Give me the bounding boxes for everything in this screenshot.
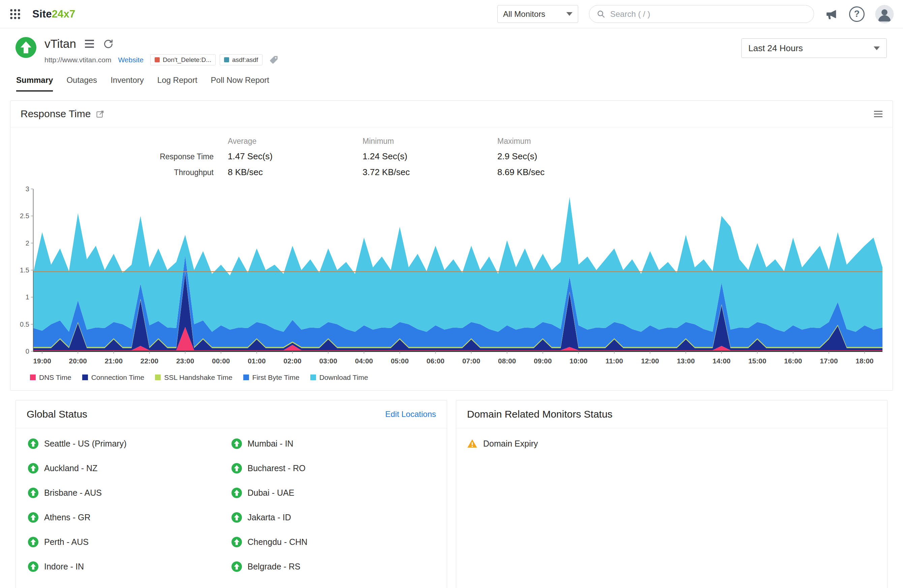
legend-label: DNS Time bbox=[39, 373, 71, 381]
svg-text:02:00: 02:00 bbox=[283, 357, 301, 365]
site24x7-logo[interactable]: Site24x7 bbox=[32, 8, 75, 20]
location-label: Athens - GR bbox=[44, 513, 91, 522]
app-grid-icon[interactable] bbox=[9, 8, 21, 20]
legend-item[interactable]: First Byte Time bbox=[243, 373, 299, 381]
user-avatar[interactable] bbox=[875, 5, 894, 23]
tab-log-report[interactable]: Log Report bbox=[157, 75, 197, 92]
domain-monitor-item: Domain Expiry bbox=[467, 439, 876, 449]
status-up-icon bbox=[28, 561, 38, 572]
legend-swatch bbox=[310, 375, 316, 380]
svg-text:22:00: 22:00 bbox=[140, 357, 158, 365]
svg-text:09:00: 09:00 bbox=[534, 357, 552, 365]
search-box[interactable] bbox=[589, 5, 814, 23]
location-label: Seattle - US (Primary) bbox=[44, 439, 126, 448]
location-status-item: Chengdu - CHN bbox=[231, 537, 435, 547]
tab-poll-now-report[interactable]: Poll Now Report bbox=[211, 75, 269, 92]
legend-item[interactable]: SSL Handshake Time bbox=[155, 373, 232, 381]
svg-text:00:00: 00:00 bbox=[212, 357, 230, 365]
status-up-icon bbox=[28, 537, 38, 547]
svg-text:0.5: 0.5 bbox=[20, 321, 29, 328]
response-time-chart-area: 00.511.522.5319:0020:0021:0022:0023:0000… bbox=[11, 179, 892, 372]
svg-text:01:00: 01:00 bbox=[248, 357, 266, 365]
chart-menu-icon[interactable] bbox=[874, 111, 883, 117]
location-status-item: Indore - IN bbox=[28, 561, 231, 572]
tag-color-swatch bbox=[224, 57, 229, 62]
svg-text:20:00: 20:00 bbox=[69, 357, 87, 365]
svg-text:1.5: 1.5 bbox=[20, 267, 29, 274]
stat-col-header: Average bbox=[228, 137, 363, 146]
legend-swatch bbox=[243, 375, 249, 380]
response-time-chart[interactable]: 00.511.522.5319:0020:0021:0022:0023:0000… bbox=[16, 185, 885, 372]
status-up-icon bbox=[231, 463, 242, 474]
monitor-tag-chip[interactable]: Don't_Delete:D... bbox=[150, 54, 216, 65]
location-label: Belgrade - RS bbox=[248, 562, 300, 571]
legend-label: SSL Handshake Time bbox=[164, 373, 232, 381]
tab-summary[interactable]: Summary bbox=[16, 75, 53, 92]
tag-color-swatch bbox=[155, 57, 160, 62]
global-status-title: Global Status bbox=[27, 409, 87, 420]
monitor-actions-icon[interactable] bbox=[85, 40, 94, 48]
monitor-type-link[interactable]: Website bbox=[118, 56, 143, 64]
tab-inventory[interactable]: Inventory bbox=[110, 75, 144, 92]
location-label: Dubai - UAE bbox=[248, 488, 294, 498]
monitor-tag-chip[interactable]: asdf:asdf bbox=[220, 54, 263, 65]
stat-row-label: Throughput bbox=[11, 168, 228, 177]
edit-locations-link[interactable]: Edit Locations bbox=[385, 409, 436, 419]
svg-text:12:00: 12:00 bbox=[641, 357, 659, 365]
domain-monitors-title: Domain Related Monitors Status bbox=[467, 409, 612, 420]
svg-text:03:00: 03:00 bbox=[319, 357, 337, 365]
svg-text:11:00: 11:00 bbox=[606, 357, 623, 365]
svg-text:10:00: 10:00 bbox=[569, 357, 587, 365]
legend-item[interactable]: Download Time bbox=[310, 373, 368, 381]
tag-icon[interactable] bbox=[269, 55, 278, 65]
search-input[interactable] bbox=[610, 9, 806, 19]
status-up-icon bbox=[231, 561, 242, 572]
chevron-down-icon bbox=[874, 47, 880, 50]
stat-value: 2.9 Sec(s) bbox=[497, 151, 892, 162]
monitor-scope-select[interactable]: All Monitors bbox=[497, 5, 578, 23]
logo-site-text: Site bbox=[32, 8, 52, 20]
locations-grid: Seattle - US (Primary)Auckland - NZBrisb… bbox=[16, 428, 447, 582]
status-up-icon bbox=[231, 439, 242, 449]
stat-value: 1.47 Sec(s) bbox=[228, 151, 363, 162]
export-chart-icon[interactable] bbox=[96, 110, 104, 118]
domain-monitors-card: Domain Related Monitors Status Domain Ex… bbox=[456, 400, 887, 588]
svg-text:06:00: 06:00 bbox=[426, 357, 444, 365]
location-label: Perth - AUS bbox=[44, 537, 89, 547]
stat-row-label: Response Time bbox=[11, 152, 228, 162]
legend-swatch bbox=[30, 375, 36, 380]
svg-text:17:00: 17:00 bbox=[820, 357, 838, 365]
svg-text:13:00: 13:00 bbox=[677, 357, 695, 365]
monitor-status-up-icon bbox=[16, 37, 36, 58]
status-up-icon bbox=[231, 512, 242, 523]
logo-24x7-text: 24x7 bbox=[52, 8, 76, 20]
locations-column-2: Mumbai - INBucharest - RODubai - UAEJaka… bbox=[231, 439, 435, 572]
legend-item[interactable]: DNS Time bbox=[30, 373, 71, 381]
time-range-select[interactable]: Last 24 Hours bbox=[741, 38, 887, 58]
location-status-item: Auckland - NZ bbox=[28, 463, 231, 474]
domain-monitors-list: Domain Expiry bbox=[456, 428, 887, 459]
status-up-icon bbox=[28, 439, 38, 449]
bottom-cards-row: Global Status Edit Locations Seattle - U… bbox=[16, 400, 887, 588]
chevron-down-icon bbox=[566, 12, 573, 16]
location-label: Jakarta - ID bbox=[248, 513, 291, 522]
stat-value: 3.72 KB/sec bbox=[363, 167, 497, 177]
location-label: Brisbane - AUS bbox=[44, 488, 102, 498]
announcement-icon[interactable] bbox=[825, 8, 838, 21]
monitor-tabs: SummaryOutagesInventoryLog ReportPoll No… bbox=[0, 65, 903, 92]
location-label: Chengdu - CHN bbox=[248, 537, 308, 547]
search-icon bbox=[597, 10, 606, 19]
location-status-item: Athens - GR bbox=[28, 512, 231, 523]
location-label: Mumbai - IN bbox=[248, 439, 294, 448]
legend-item[interactable]: Connection Time bbox=[82, 373, 145, 381]
stat-value: 1.24 Sec(s) bbox=[363, 151, 497, 162]
monitor-header: vTitan http://www.vtitan.com Website Don… bbox=[0, 28, 903, 65]
stat-value: 8.69 KB/sec bbox=[497, 167, 892, 177]
location-status-item: Jakarta - ID bbox=[231, 512, 435, 523]
svg-text:07:00: 07:00 bbox=[462, 357, 480, 365]
status-up-icon bbox=[28, 463, 38, 474]
tab-outages[interactable]: Outages bbox=[66, 75, 97, 92]
legend-label: Connection Time bbox=[91, 373, 145, 381]
help-icon[interactable]: ? bbox=[849, 6, 865, 22]
refresh-icon[interactable] bbox=[103, 38, 114, 50]
